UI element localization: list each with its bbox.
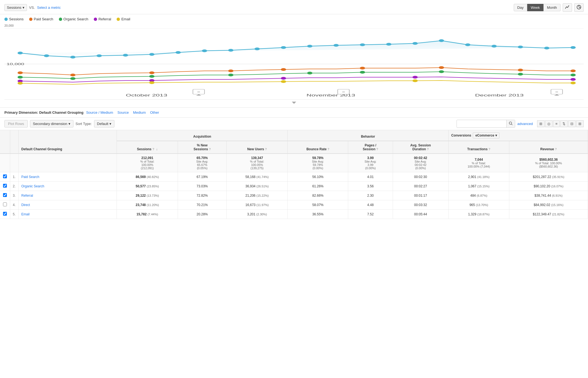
row-checkbox-4[interactable]	[3, 212, 7, 216]
other-link[interactable]: Other	[150, 110, 159, 115]
svg-text:≡: ≡	[197, 90, 200, 93]
medium-link[interactable]: Medium	[133, 110, 146, 115]
svg-point-35	[149, 71, 155, 74]
sort-type-value: Default	[97, 122, 108, 126]
row-transactions-3: 965 (13.70%)	[448, 200, 509, 210]
plot-rows-button[interactable]: Plot Rows	[4, 120, 28, 127]
svg-point-30	[518, 46, 523, 48]
svg-point-34	[70, 74, 75, 76]
grid-view-button[interactable]: ⊞	[537, 120, 545, 127]
channel-link-3[interactable]: Direct	[21, 203, 30, 207]
legend-email[interactable]: Email	[117, 17, 130, 21]
svg-point-1	[566, 7, 567, 7]
svg-marker-70	[196, 94, 201, 96]
transactions-col-header: Transactions ?	[448, 141, 509, 154]
sort-type-dropdown[interactable]: Default ▾	[94, 120, 114, 127]
row-checkbox-cell-3[interactable]	[0, 200, 10, 210]
svg-point-23	[334, 44, 339, 47]
search-button[interactable]	[506, 120, 515, 127]
row-pages-session-2: 2.30	[348, 191, 393, 200]
svg-point-15	[123, 54, 128, 57]
legend-referral-label: Referral	[98, 17, 111, 21]
svg-point-31	[544, 47, 549, 49]
metric-dropdown[interactable]: Sessions ▾	[4, 4, 27, 11]
row-checkbox-0[interactable]	[3, 174, 7, 178]
day-button[interactable]: Day	[514, 4, 527, 11]
row-num-0: 1.	[10, 172, 18, 182]
month-button[interactable]: Month	[543, 4, 560, 11]
legend-sessions[interactable]: Sessions	[4, 17, 24, 21]
channel-link-2[interactable]: Referral	[21, 194, 33, 198]
svg-point-60	[570, 82, 576, 84]
row-num-header	[10, 130, 18, 154]
row-checkbox-cell-2[interactable]	[0, 191, 10, 200]
row-num-1: 2.	[10, 182, 18, 191]
line-chart-icon-btn[interactable]	[563, 3, 572, 12]
svg-text:≡: ≡	[555, 90, 558, 93]
pivot-view-button[interactable]: ⊟	[568, 120, 576, 127]
row-checkbox-cell-0[interactable]	[0, 172, 10, 182]
svg-marker-76	[554, 94, 559, 96]
data-table: Acquisition Default Channel Grouping Acq…	[0, 130, 588, 219]
source-link[interactable]: Source	[117, 110, 129, 115]
row-new-users-3: 16,673 (11.97%)	[226, 200, 288, 210]
organic-search-dot	[59, 18, 62, 21]
svg-point-43	[70, 77, 75, 80]
select-metric-link[interactable]: Select a metric	[37, 5, 61, 10]
row-checkbox-cell-1[interactable]	[0, 182, 10, 191]
behavior-group-header: Behavior	[288, 130, 448, 141]
legend-organic-search[interactable]: Organic Search	[59, 17, 88, 21]
svg-point-21	[281, 46, 286, 49]
row-pct-new-sessions-4: 20.28%	[178, 210, 226, 219]
svg-point-44	[149, 75, 155, 78]
week-button[interactable]: Week	[527, 4, 543, 11]
row-sessions-3: 23,748 (11.20%)	[117, 200, 178, 210]
bar-view-button[interactable]: ≡	[553, 120, 560, 127]
conversions-group-header: Conversions eCommerce ▾	[448, 130, 588, 141]
row-avg-session-duration-3: 00:03:32	[393, 200, 448, 210]
row-checkbox-1[interactable]	[3, 184, 7, 188]
primary-dimension-active: Default Channel Grouping	[39, 110, 83, 115]
row-transactions-0: 2,901 (41.18%)	[448, 172, 509, 182]
svg-point-32	[570, 46, 576, 49]
chart-container: 20,000	[0, 24, 588, 107]
svg-point-26	[413, 42, 418, 45]
pages-session-col-header: Pages /Session ?	[348, 141, 393, 154]
svg-point-45	[228, 74, 233, 76]
svg-point-39	[439, 66, 444, 69]
ecommerce-arrow: ▾	[495, 134, 497, 137]
row-bounce-rate-1: 61.26%	[288, 182, 348, 191]
channel-link-1[interactable]: Organic Search	[21, 184, 44, 188]
svg-point-25	[386, 43, 391, 46]
pie-chart-icon-btn[interactable]	[574, 3, 584, 12]
sessions-col-header[interactable]: Sessions ? ↓	[117, 141, 178, 154]
search-input[interactable]	[457, 120, 506, 127]
row-new-users-0: 58,168 (41.74%)	[226, 172, 288, 182]
row-checkbox-3[interactable]	[3, 202, 7, 206]
totals-check-cell	[0, 154, 10, 172]
main-chart: October 2013 November 2013 December 2013…	[4, 28, 584, 100]
row-checkbox-2[interactable]	[3, 193, 7, 197]
ecommerce-dropdown[interactable]: eCommerce ▾	[473, 132, 499, 138]
row-checkbox-cell-4[interactable]	[0, 210, 10, 219]
channel-link-4[interactable]: Email	[21, 212, 30, 216]
row-pct-new-sessions-0: 67.19%	[178, 172, 226, 182]
svg-point-11	[18, 52, 23, 54]
row-sessions-0: 86,569 (40.82%)	[117, 172, 178, 182]
totals-row: 212,091 % of Total: 100.00% (212,091) 65…	[0, 154, 588, 172]
compare-view-button[interactable]: ⇅	[560, 120, 568, 127]
legend-paid-search[interactable]: Paid Search	[29, 17, 53, 21]
svg-point-53	[281, 77, 286, 80]
pie-view-button[interactable]: ◎	[545, 120, 553, 127]
avg-session-duration-help-icon: ?	[427, 148, 429, 151]
source-medium-link[interactable]: Source / Medium	[86, 110, 113, 115]
channel-link-0[interactable]: Paid Search	[21, 175, 39, 179]
y-label-20k: 20,000	[4, 24, 584, 27]
advanced-link[interactable]: advanced	[517, 122, 533, 126]
collapse-chart-arrow[interactable]	[4, 101, 584, 105]
table-controls-bar: Plot Rows Secondary dimension ▾ Sort Typ…	[0, 117, 588, 130]
secondary-dimension-dropdown[interactable]: Secondary dimension ▾	[30, 120, 73, 127]
custom-view-button[interactable]: ⊞	[576, 120, 584, 127]
row-channel-4: Email	[18, 210, 117, 219]
legend-referral[interactable]: Referral	[94, 17, 111, 21]
